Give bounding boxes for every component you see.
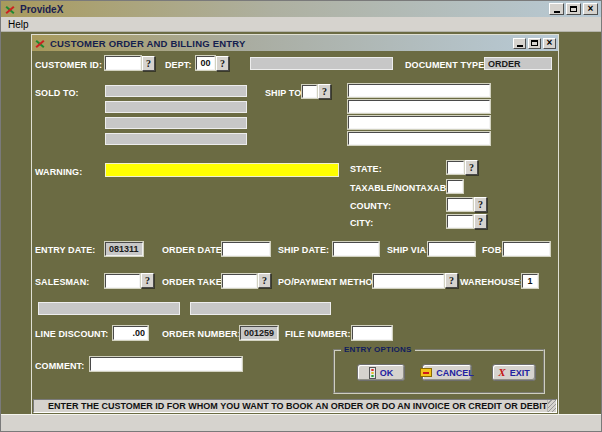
ship-to-label: SHIP TO: bbox=[265, 88, 304, 98]
window-titlebar[interactable]: CUSTOMER ORDER AND BILLING ENTRY × bbox=[32, 35, 558, 51]
salesman-lookup-button[interactable]: ? bbox=[141, 273, 154, 288]
entry-options-legend: ENTRY OPTIONS bbox=[341, 345, 415, 354]
customer-id-input[interactable] bbox=[105, 56, 141, 70]
taxable-label: TAXABLE/NONTAXABLE: bbox=[350, 183, 461, 193]
ship-via-label: SHIP VIA: bbox=[387, 245, 429, 255]
order-date-input[interactable] bbox=[222, 242, 270, 256]
app-titlebar: ProvideX × bbox=[1, 1, 601, 17]
menu-bar: Help bbox=[1, 17, 601, 32]
cancel-button-label: CANCEL bbox=[436, 368, 474, 378]
entry-options-group: ENTRY OPTIONS OK CANCEL X EXIT bbox=[333, 349, 545, 394]
sold-to-line-3 bbox=[105, 117, 247, 129]
line-discount-input[interactable] bbox=[113, 326, 148, 340]
order-number-label: ORDER NUMBER: bbox=[162, 329, 241, 339]
bottom-panel bbox=[1, 414, 601, 431]
state-label: STATE: bbox=[350, 164, 382, 174]
ship-via-input[interactable] bbox=[428, 242, 475, 256]
sold-to-line-1 bbox=[105, 85, 247, 97]
county-label: COUNTY: bbox=[350, 201, 391, 211]
ship-to-line-4-input[interactable] bbox=[348, 132, 490, 145]
fob-label: FOB: bbox=[482, 245, 504, 255]
line-discount-label: LINE DISCOUNT: bbox=[35, 329, 108, 339]
salesman-name-display bbox=[38, 302, 180, 315]
close-icon: × bbox=[588, 4, 594, 14]
providex-logo-icon bbox=[4, 4, 16, 15]
customer-id-lookup-button[interactable]: ? bbox=[142, 56, 155, 71]
window-title: CUSTOMER ORDER AND BILLING ENTRY bbox=[50, 38, 246, 49]
ship-date-input[interactable] bbox=[333, 242, 379, 256]
state-input[interactable] bbox=[447, 161, 464, 174]
minimize-icon bbox=[554, 11, 560, 13]
ok-button-label: OK bbox=[380, 368, 394, 378]
ship-date-label: SHIP DATE: bbox=[278, 245, 329, 255]
app-window-controls: × bbox=[549, 3, 598, 15]
ok-button[interactable]: OK bbox=[357, 364, 405, 381]
exit-button[interactable]: X EXIT bbox=[492, 364, 536, 381]
ship-to-line-1-input[interactable] bbox=[348, 84, 490, 97]
comment-label: COMMENT: bbox=[35, 361, 84, 371]
order-taker-input[interactable] bbox=[222, 274, 257, 288]
order-taker-lookup-button[interactable]: ? bbox=[258, 273, 271, 288]
order-taker-name-display bbox=[190, 302, 331, 315]
close-icon: × bbox=[547, 38, 553, 48]
city-lookup-button[interactable]: ? bbox=[474, 214, 487, 229]
salesman-input[interactable] bbox=[105, 274, 140, 288]
maximize-icon bbox=[531, 40, 538, 46]
window-minimize-button[interactable] bbox=[513, 38, 526, 49]
red-x-icon: X bbox=[498, 367, 505, 378]
restore-icon bbox=[570, 6, 577, 12]
sold-to-line-4 bbox=[105, 133, 247, 145]
warning-label: WARNING: bbox=[35, 167, 82, 177]
window-maximize-button[interactable] bbox=[528, 38, 541, 49]
restore-button[interactable] bbox=[566, 3, 581, 15]
warning-field bbox=[105, 163, 339, 177]
po-payment-input[interactable] bbox=[373, 274, 444, 288]
close-button[interactable]: × bbox=[583, 3, 598, 15]
po-payment-lookup-button[interactable]: ? bbox=[445, 273, 458, 288]
taxable-input[interactable] bbox=[447, 180, 463, 193]
warehouse-label: WAREHOUSE: bbox=[460, 277, 523, 287]
warehouse-input[interactable] bbox=[522, 274, 538, 288]
document-type-label: DOCUMENT TYPE: bbox=[405, 60, 487, 70]
ship-to-line-3-input[interactable] bbox=[348, 116, 490, 129]
customer-name-display bbox=[250, 57, 393, 70]
status-bar: ENTER THE CUSTOMER ID FOR WHOM YOU WANT … bbox=[33, 399, 557, 413]
county-input[interactable] bbox=[447, 198, 473, 211]
comment-input[interactable] bbox=[90, 357, 242, 371]
window-close-button[interactable]: × bbox=[543, 38, 556, 49]
sold-to-line-2 bbox=[105, 101, 247, 113]
file-number-label: FILE NUMBER: bbox=[285, 329, 351, 339]
form-area: CUSTOMER ID: ? DEPT: ? DOCUMENT TYPE: OR… bbox=[32, 51, 558, 414]
file-number-input[interactable] bbox=[352, 326, 392, 340]
salesman-label: SALESMAN: bbox=[35, 277, 89, 287]
minimize-icon bbox=[517, 45, 523, 47]
city-input[interactable] bbox=[447, 215, 473, 228]
traffic-light-icon bbox=[369, 367, 376, 379]
dept-lookup-button[interactable]: ? bbox=[216, 56, 229, 71]
mdi-area: CUSTOMER ORDER AND BILLING ENTRY × CUSTO… bbox=[1, 32, 601, 414]
minimize-button[interactable] bbox=[549, 3, 564, 15]
status-text: ENTER THE CUSTOMER ID FOR WHOM YOU WANT … bbox=[48, 401, 547, 411]
cancel-button[interactable]: CANCEL bbox=[422, 364, 472, 381]
app-title: ProvideX bbox=[20, 4, 63, 15]
fob-input[interactable] bbox=[503, 242, 550, 256]
order-number-value: 001259 bbox=[240, 326, 278, 340]
exit-button-label: EXIT bbox=[510, 368, 530, 378]
state-lookup-button[interactable]: ? bbox=[465, 160, 478, 175]
po-payment-label: PO/PAYMENT METHOD: bbox=[278, 277, 382, 287]
customer-order-window: CUSTOMER ORDER AND BILLING ENTRY × CUSTO… bbox=[31, 34, 559, 415]
sold-to-label: SOLD TO: bbox=[35, 88, 79, 98]
ship-to-lookup-button[interactable]: ? bbox=[318, 84, 331, 99]
customer-id-label: CUSTOMER ID: bbox=[35, 60, 102, 70]
window-controls: × bbox=[513, 38, 556, 49]
ship-to-code-input[interactable] bbox=[302, 85, 317, 98]
resize-grip[interactable] bbox=[547, 400, 556, 412]
document-type-value: ORDER bbox=[484, 57, 552, 70]
order-date-label: ORDER DATE: bbox=[162, 245, 225, 255]
menu-help[interactable]: Help bbox=[1, 19, 36, 30]
providex-app-window: ProvideX × Help CUSTOMER ORDER AND BILLI… bbox=[0, 0, 602, 432]
window-logo-icon bbox=[34, 38, 46, 49]
ship-to-line-2-input[interactable] bbox=[348, 100, 490, 113]
county-lookup-button[interactable]: ? bbox=[474, 197, 487, 212]
dept-input[interactable] bbox=[196, 56, 215, 70]
